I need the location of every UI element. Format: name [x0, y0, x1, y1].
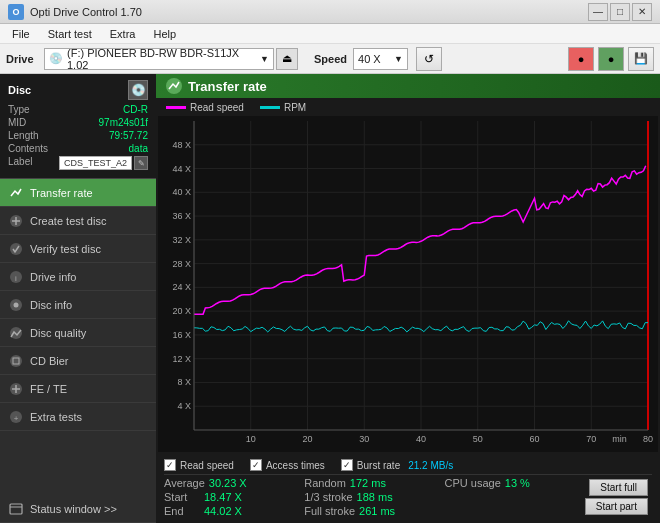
- stats-buttons: Start full Start part: [585, 477, 652, 517]
- label-edit-button[interactable]: ✎: [134, 156, 148, 170]
- cb-access-times-box[interactable]: ✓: [250, 459, 262, 471]
- sidebar-item-create-test-disc[interactable]: Create test disc: [0, 207, 156, 235]
- verify-test-disc-icon: [8, 241, 24, 257]
- svg-point-4: [10, 243, 22, 255]
- sidebar-label-drive-info: Drive info: [30, 271, 76, 283]
- sidebar-label-create-test-disc: Create test disc: [30, 215, 106, 227]
- toolbar-save-button[interactable]: 💾: [628, 47, 654, 71]
- stats-container: Average 30.23 X Start 18.47 X End 44.02 …: [164, 475, 652, 519]
- stat-end: End 44.02 X: [164, 505, 304, 517]
- disc-label-value[interactable]: CDS_TEST_A2: [59, 156, 132, 170]
- title-bar-left: O Opti Drive Control 1.70: [8, 4, 142, 20]
- legend-rpm-color: [260, 106, 280, 109]
- menu-extra[interactable]: Extra: [102, 26, 144, 42]
- chart-wrapper: [158, 116, 658, 452]
- stat-1-3-stroke: 1/3 stroke 188 ms: [304, 491, 444, 503]
- start-part-button[interactable]: Start part: [585, 498, 648, 515]
- sidebar-label-disc-quality: Disc quality: [30, 327, 86, 339]
- disc-title: Disc: [8, 84, 31, 96]
- sidebar-item-disc-info[interactable]: Disc info: [0, 291, 156, 319]
- extra-tests-icon: +: [8, 409, 24, 425]
- menu-file[interactable]: File: [4, 26, 38, 42]
- drive-eject-button[interactable]: ⏏: [276, 48, 298, 70]
- menu-bar: File Start test Extra Help: [0, 24, 660, 44]
- disc-info-icon: [8, 297, 24, 313]
- start-full-button[interactable]: Start full: [589, 479, 648, 496]
- drive-bar: Drive 💿 (F:) PIONEER BD-RW BDR-S11JX 1.0…: [0, 44, 660, 74]
- cd-bier-icon: [8, 353, 24, 369]
- svg-point-8: [14, 302, 19, 307]
- stats-right: CPU usage 13 %: [445, 477, 585, 517]
- cb-read-speed-box[interactable]: ✓: [164, 459, 176, 471]
- speed-select[interactable]: 40 X ▼: [353, 48, 408, 70]
- sidebar-label-fe-te: FE / TE: [30, 383, 67, 395]
- sidebar-label-verify-test-disc: Verify test disc: [30, 243, 101, 255]
- stat-cpu-usage: CPU usage 13 %: [445, 477, 585, 489]
- sidebar-item-transfer-rate[interactable]: Transfer rate: [0, 179, 156, 207]
- legend-read-speed-color: [166, 106, 186, 109]
- stat-start: Start 18.47 X: [164, 491, 304, 503]
- create-test-disc-icon: [8, 213, 24, 229]
- sidebar-item-status-window[interactable]: Status window >>: [0, 495, 156, 523]
- app-icon: O: [8, 4, 24, 20]
- chart-legend: Read speed RPM: [156, 98, 660, 116]
- sidebar-label-status-window: Status window >>: [30, 503, 117, 515]
- stat-average: Average 30.23 X: [164, 477, 304, 489]
- chart-area: Transfer rate Read speed RPM ✓ Read spee: [156, 74, 660, 523]
- chart-title: Transfer rate: [188, 79, 267, 94]
- svg-rect-17: [10, 504, 22, 514]
- disc-type-row: Type CD-R: [8, 104, 148, 115]
- cb-burst-rate[interactable]: ✓ Burst rate 21.2 MB/s: [341, 459, 453, 471]
- disc-icon-button[interactable]: 💿: [128, 80, 148, 100]
- svg-text:+: +: [14, 413, 19, 422]
- stats-middle: Random 172 ms 1/3 stroke 188 ms Full str…: [304, 477, 444, 517]
- cb-burst-rate-box[interactable]: ✓: [341, 459, 353, 471]
- cb-access-times[interactable]: ✓ Access times: [250, 459, 325, 471]
- app-title: Opti Drive Control 1.70: [30, 6, 142, 18]
- sidebar-item-cd-bier[interactable]: CD Bier: [0, 347, 156, 375]
- menu-start-test[interactable]: Start test: [40, 26, 100, 42]
- sidebar-item-verify-test-disc[interactable]: Verify test disc: [0, 235, 156, 263]
- sidebar-item-fe-te[interactable]: FE / TE: [0, 375, 156, 403]
- sidebar-item-extra-tests[interactable]: + Extra tests: [0, 403, 156, 431]
- drive-label: Drive: [6, 53, 38, 65]
- speed-label: Speed: [314, 53, 347, 65]
- svg-point-10: [10, 355, 22, 367]
- close-button[interactable]: ✕: [632, 3, 652, 21]
- speed-refresh-button[interactable]: ↺: [416, 47, 442, 71]
- checkboxes-row: ✓ Read speed ✓ Access times ✓ Burst rate…: [164, 456, 652, 475]
- status-window-icon: [8, 501, 24, 517]
- legend-rpm: RPM: [260, 102, 306, 113]
- window-controls: — □ ✕: [588, 3, 652, 21]
- sidebar: Disc 💿 Type CD-R MID 97m24s01f Length 79…: [0, 74, 156, 523]
- chart-bottom: ✓ Read speed ✓ Access times ✓ Burst rate…: [156, 452, 660, 523]
- drive-select[interactable]: 💿 (F:) PIONEER BD-RW BDR-S11JX 1.02 ▼: [44, 48, 274, 70]
- toolbar-btn-1[interactable]: ●: [568, 47, 594, 71]
- stat-random: Random 172 ms: [304, 477, 444, 489]
- cb-read-speed[interactable]: ✓ Read speed: [164, 459, 234, 471]
- chart-canvas: [158, 116, 658, 452]
- disc-length-row: Length 79:57.72: [8, 130, 148, 141]
- stat-full-stroke: Full stroke 261 ms: [304, 505, 444, 517]
- chart-icon: [166, 78, 182, 94]
- maximize-button[interactable]: □: [610, 3, 630, 21]
- sidebar-label-transfer-rate: Transfer rate: [30, 187, 93, 199]
- svg-text:i: i: [15, 273, 17, 282]
- disc-mid-row: MID 97m24s01f: [8, 117, 148, 128]
- disc-label-row: Label CDS_TEST_A2 ✎: [8, 156, 148, 170]
- drive-info-icon: i: [8, 269, 24, 285]
- speed-dropdown-arrow: ▼: [394, 54, 403, 64]
- sidebar-item-disc-quality[interactable]: Disc quality: [0, 319, 156, 347]
- minimize-button[interactable]: —: [588, 3, 608, 21]
- toolbar-btn-2[interactable]: ●: [598, 47, 624, 71]
- menu-help[interactable]: Help: [145, 26, 184, 42]
- sidebar-item-drive-info[interactable]: i Drive info: [0, 263, 156, 291]
- fe-te-icon: [8, 381, 24, 397]
- burst-rate-value: 21.2 MB/s: [408, 460, 453, 471]
- sidebar-label-disc-info: Disc info: [30, 299, 72, 311]
- disc-panel: Disc 💿 Type CD-R MID 97m24s01f Length 79…: [0, 74, 156, 179]
- sidebar-label-cd-bier: CD Bier: [30, 355, 69, 367]
- disc-header: Disc 💿: [8, 80, 148, 100]
- legend-read-speed: Read speed: [166, 102, 244, 113]
- stats-left: Average 30.23 X Start 18.47 X End 44.02 …: [164, 477, 304, 517]
